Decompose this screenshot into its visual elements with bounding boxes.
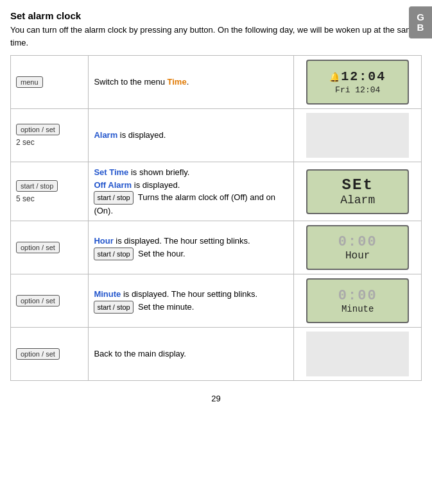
off-alarm-label: Off Alarm bbox=[94, 180, 132, 190]
lcd-empty-6 bbox=[306, 332, 409, 376]
desc-cell-1: Switch to the menu Time. bbox=[89, 56, 294, 109]
button-cell-3: start / stop 5 sec bbox=[11, 162, 89, 221]
button-cell-1: menu bbox=[11, 56, 89, 109]
lcd-set-alarm: SEt Alarm bbox=[306, 169, 409, 214]
alarm-bell-icon: 🔔 bbox=[329, 71, 338, 83]
button-cell-2: option / set 2 sec bbox=[11, 109, 89, 162]
option-set-button-6: option / set bbox=[16, 348, 60, 360]
desc-cell-4: Hour is displayed. The hour setting blin… bbox=[89, 221, 294, 274]
lcd-time-top: 12:04 bbox=[341, 70, 386, 84]
time-label: Time bbox=[168, 77, 187, 87]
instruction-table: menu Switch to the menu Time. 🔔 12:04 Fr… bbox=[10, 55, 422, 381]
table-row: option / set 2 sec Alarm is displayed. bbox=[11, 109, 422, 162]
row-label-2sec: 2 sec bbox=[16, 138, 83, 147]
start-stop-inline-btn: start / stop bbox=[94, 191, 133, 205]
start-stop-inline-btn-5: start / stop bbox=[94, 301, 133, 314]
lcd-cell-1: 🔔 12:04 Fri 12:04 bbox=[294, 56, 422, 109]
minute-label: Minute bbox=[94, 289, 121, 299]
lcd-empty-2 bbox=[306, 113, 409, 158]
lcd-cell-6 bbox=[294, 328, 422, 381]
button-cell-4: option / set bbox=[11, 221, 89, 274]
start-stop-button-3: start / stop bbox=[16, 180, 58, 192]
hour-label: Hour bbox=[94, 236, 113, 246]
lcd-minute-top: 0:00 bbox=[338, 288, 377, 304]
lcd-minute-bottom: Minute bbox=[341, 304, 374, 314]
lcd-hour-display: 0:00 Hour bbox=[306, 225, 409, 270]
set-time-label: Set Time bbox=[94, 167, 128, 177]
desc-cell-2: Alarm is displayed. bbox=[89, 109, 294, 162]
menu-button: menu bbox=[16, 76, 43, 88]
gb-tab: G B bbox=[409, 6, 432, 38]
desc-cell-6: Back to the main display. bbox=[89, 328, 294, 381]
row-label-5sec: 5 sec bbox=[16, 194, 83, 203]
table-row: option / set Hour is displayed. The hour… bbox=[11, 221, 422, 274]
lcd-cell-2 bbox=[294, 109, 422, 162]
button-cell-5: option / set bbox=[11, 274, 89, 328]
lcd-set-label: SEt bbox=[342, 176, 374, 194]
lcd-cell-3: SEt Alarm bbox=[294, 162, 422, 221]
lcd-alarm-label: Alarm bbox=[340, 194, 375, 206]
table-row: option / set Back to the main display. bbox=[11, 328, 422, 381]
table-row: option / set Minute is displayed. The ho… bbox=[11, 274, 422, 328]
table-row: start / stop 5 sec Set Time is shown bri… bbox=[11, 162, 422, 221]
option-set-button-5: option / set bbox=[16, 295, 60, 307]
page-title: Set alarm clock bbox=[10, 10, 422, 21]
option-set-button-4: option / set bbox=[16, 242, 60, 253]
option-set-button-2: option / set bbox=[16, 124, 60, 135]
start-stop-inline-btn-4: start / stop bbox=[94, 248, 133, 261]
lcd-hour-bottom: Hour bbox=[345, 250, 370, 262]
table-row: menu Switch to the menu Time. 🔔 12:04 Fr… bbox=[11, 56, 422, 109]
lcd-minute-display: 0:00 Minute bbox=[306, 278, 409, 323]
lcd-cell-5: 0:00 Minute bbox=[294, 274, 422, 328]
button-cell-6: option / set bbox=[11, 328, 89, 381]
svg-text:🔔: 🔔 bbox=[329, 72, 338, 83]
lcd-cell-4: 0:00 Hour bbox=[294, 221, 422, 274]
alarm-label: Alarm bbox=[94, 130, 117, 140]
lcd-hour-top: 0:00 bbox=[338, 234, 377, 250]
gb-label-g: G bbox=[417, 12, 424, 23]
intro-text: You can turn off the alarm clock by pres… bbox=[10, 24, 422, 49]
desc-cell-5: Minute is displayed. The hour setting bl… bbox=[89, 274, 294, 328]
desc-cell-3: Set Time is shown briefly. Off Alarm is … bbox=[89, 162, 294, 221]
gb-label-b: B bbox=[417, 22, 424, 33]
lcd-time-bottom: Fri 12:04 bbox=[335, 85, 380, 95]
page-number: 29 bbox=[10, 394, 422, 403]
lcd-time-display: 🔔 12:04 Fri 12:04 bbox=[306, 60, 409, 105]
